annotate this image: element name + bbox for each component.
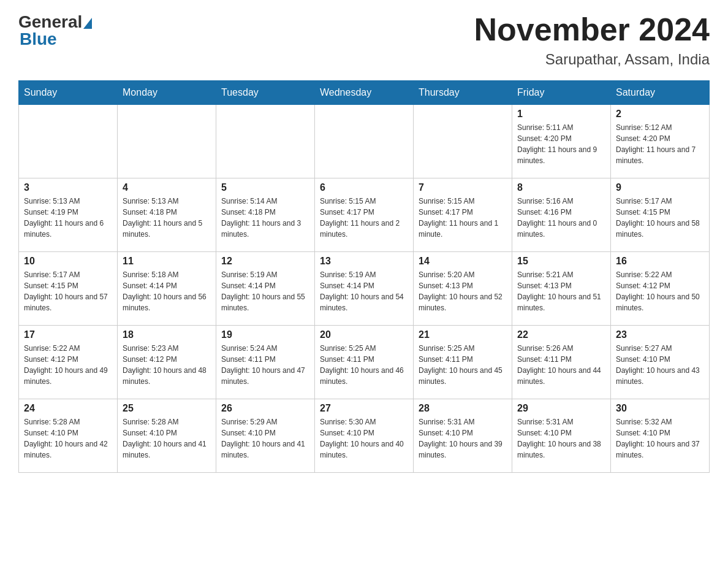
day-of-week-saturday: Saturday bbox=[611, 81, 710, 105]
day-number: 3 bbox=[24, 182, 112, 193]
calendar-cell: 12Sunrise: 5:19 AM Sunset: 4:14 PM Dayli… bbox=[216, 252, 315, 326]
day-info: Sunrise: 5:31 AM Sunset: 4:10 PM Dayligh… bbox=[419, 416, 507, 461]
calendar-cell: 6Sunrise: 5:15 AM Sunset: 4:17 PM Daylig… bbox=[315, 178, 414, 252]
day-info: Sunrise: 5:22 AM Sunset: 4:12 PM Dayligh… bbox=[24, 343, 112, 387]
day-info: Sunrise: 5:14 AM Sunset: 4:18 PM Dayligh… bbox=[221, 196, 309, 240]
calendar-cell: 13Sunrise: 5:19 AM Sunset: 4:14 PM Dayli… bbox=[315, 252, 414, 326]
day-info: Sunrise: 5:25 AM Sunset: 4:11 PM Dayligh… bbox=[419, 343, 507, 387]
day-info: Sunrise: 5:30 AM Sunset: 4:10 PM Dayligh… bbox=[320, 416, 408, 461]
day-number: 16 bbox=[616, 256, 704, 267]
calendar-cell: 2Sunrise: 5:12 AM Sunset: 4:20 PM Daylig… bbox=[611, 105, 710, 178]
calendar-cell: 4Sunrise: 5:13 AM Sunset: 4:18 PM Daylig… bbox=[118, 178, 216, 252]
calendar-cell bbox=[414, 105, 512, 178]
calendar-cell: 23Sunrise: 5:27 AM Sunset: 4:10 PM Dayli… bbox=[611, 326, 710, 399]
day-info: Sunrise: 5:15 AM Sunset: 4:17 PM Dayligh… bbox=[419, 196, 507, 240]
day-number: 5 bbox=[221, 182, 309, 193]
calendar-cell: 26Sunrise: 5:29 AM Sunset: 4:10 PM Dayli… bbox=[216, 399, 315, 473]
day-number: 27 bbox=[320, 403, 408, 414]
calendar-cell bbox=[216, 105, 315, 178]
day-of-week-friday: Friday bbox=[512, 81, 611, 105]
day-info: Sunrise: 5:18 AM Sunset: 4:14 PM Dayligh… bbox=[123, 269, 211, 313]
calendar-cell bbox=[118, 105, 216, 178]
day-info: Sunrise: 5:27 AM Sunset: 4:10 PM Dayligh… bbox=[616, 343, 704, 387]
page-header: General Blue November 2024 Sarupathar, A… bbox=[18, 12, 710, 68]
calendar-cell: 20Sunrise: 5:25 AM Sunset: 4:11 PM Dayli… bbox=[315, 326, 414, 399]
day-info: Sunrise: 5:11 AM Sunset: 4:20 PM Dayligh… bbox=[517, 122, 605, 166]
day-number: 23 bbox=[616, 329, 704, 340]
location-title: Sarupathar, Assam, India bbox=[474, 51, 710, 68]
logo: General Blue bbox=[18, 12, 93, 49]
day-info: Sunrise: 5:29 AM Sunset: 4:10 PM Dayligh… bbox=[221, 416, 309, 461]
day-info: Sunrise: 5:28 AM Sunset: 4:10 PM Dayligh… bbox=[123, 416, 211, 461]
calendar-cell: 18Sunrise: 5:23 AM Sunset: 4:12 PM Dayli… bbox=[118, 326, 216, 399]
day-info: Sunrise: 5:17 AM Sunset: 4:15 PM Dayligh… bbox=[616, 196, 704, 240]
day-info: Sunrise: 5:28 AM Sunset: 4:10 PM Dayligh… bbox=[24, 416, 112, 461]
day-number: 9 bbox=[616, 182, 704, 193]
day-number: 15 bbox=[517, 256, 605, 267]
day-info: Sunrise: 5:19 AM Sunset: 4:14 PM Dayligh… bbox=[221, 269, 309, 313]
calendar-cell: 27Sunrise: 5:30 AM Sunset: 4:10 PM Dayli… bbox=[315, 399, 414, 473]
day-info: Sunrise: 5:32 AM Sunset: 4:10 PM Dayligh… bbox=[616, 416, 704, 461]
days-of-week-row: SundayMondayTuesdayWednesdayThursdayFrid… bbox=[19, 81, 710, 105]
calendar-cell: 19Sunrise: 5:24 AM Sunset: 4:11 PM Dayli… bbox=[216, 326, 315, 399]
day-info: Sunrise: 5:20 AM Sunset: 4:13 PM Dayligh… bbox=[419, 269, 507, 313]
day-number: 1 bbox=[517, 109, 605, 120]
week-row-5: 24Sunrise: 5:28 AM Sunset: 4:10 PM Dayli… bbox=[19, 399, 710, 473]
day-info: Sunrise: 5:19 AM Sunset: 4:14 PM Dayligh… bbox=[320, 269, 408, 313]
calendar-header: SundayMondayTuesdayWednesdayThursdayFrid… bbox=[19, 81, 710, 105]
day-number: 18 bbox=[123, 329, 211, 340]
day-number: 25 bbox=[123, 403, 211, 414]
calendar-cell: 5Sunrise: 5:14 AM Sunset: 4:18 PM Daylig… bbox=[216, 178, 315, 252]
calendar-cell: 7Sunrise: 5:15 AM Sunset: 4:17 PM Daylig… bbox=[414, 178, 512, 252]
day-number: 6 bbox=[320, 182, 408, 193]
week-row-4: 17Sunrise: 5:22 AM Sunset: 4:12 PM Dayli… bbox=[19, 326, 710, 399]
calendar-cell bbox=[19, 105, 118, 178]
day-number: 17 bbox=[24, 329, 112, 340]
day-of-week-wednesday: Wednesday bbox=[315, 81, 414, 105]
logo-blue-text: Blue bbox=[20, 29, 57, 49]
week-row-3: 10Sunrise: 5:17 AM Sunset: 4:15 PM Dayli… bbox=[19, 252, 710, 326]
day-info: Sunrise: 5:21 AM Sunset: 4:13 PM Dayligh… bbox=[517, 269, 605, 313]
calendar-cell: 16Sunrise: 5:22 AM Sunset: 4:12 PM Dayli… bbox=[611, 252, 710, 326]
calendar-body: 1Sunrise: 5:11 AM Sunset: 4:20 PM Daylig… bbox=[19, 105, 710, 473]
calendar-cell: 15Sunrise: 5:21 AM Sunset: 4:13 PM Dayli… bbox=[512, 252, 611, 326]
day-info: Sunrise: 5:25 AM Sunset: 4:11 PM Dayligh… bbox=[320, 343, 408, 387]
day-number: 14 bbox=[419, 256, 507, 267]
day-number: 13 bbox=[320, 256, 408, 267]
calendar-cell: 28Sunrise: 5:31 AM Sunset: 4:10 PM Dayli… bbox=[414, 399, 512, 473]
day-number: 8 bbox=[517, 182, 605, 193]
day-of-week-monday: Monday bbox=[118, 81, 216, 105]
day-of-week-sunday: Sunday bbox=[19, 81, 118, 105]
day-number: 10 bbox=[24, 256, 112, 267]
day-info: Sunrise: 5:13 AM Sunset: 4:19 PM Dayligh… bbox=[24, 196, 112, 240]
day-info: Sunrise: 5:23 AM Sunset: 4:12 PM Dayligh… bbox=[123, 343, 211, 387]
day-info: Sunrise: 5:31 AM Sunset: 4:10 PM Dayligh… bbox=[517, 416, 605, 461]
day-number: 2 bbox=[616, 109, 704, 120]
calendar-cell: 17Sunrise: 5:22 AM Sunset: 4:12 PM Dayli… bbox=[19, 326, 118, 399]
day-number: 28 bbox=[419, 403, 507, 414]
day-info: Sunrise: 5:16 AM Sunset: 4:16 PM Dayligh… bbox=[517, 196, 605, 240]
day-number: 30 bbox=[616, 403, 704, 414]
calendar-cell: 8Sunrise: 5:16 AM Sunset: 4:16 PM Daylig… bbox=[512, 178, 611, 252]
title-block: November 2024 Sarupathar, Assam, India bbox=[474, 12, 710, 68]
month-title: November 2024 bbox=[474, 12, 710, 47]
day-number: 19 bbox=[221, 329, 309, 340]
day-number: 12 bbox=[221, 256, 309, 267]
calendar-cell: 21Sunrise: 5:25 AM Sunset: 4:11 PM Dayli… bbox=[414, 326, 512, 399]
day-number: 7 bbox=[419, 182, 507, 193]
day-of-week-tuesday: Tuesday bbox=[216, 81, 315, 105]
day-of-week-thursday: Thursday bbox=[414, 81, 512, 105]
calendar-cell: 10Sunrise: 5:17 AM Sunset: 4:15 PM Dayli… bbox=[19, 252, 118, 326]
logo-triangle-icon bbox=[83, 18, 92, 29]
calendar-cell: 22Sunrise: 5:26 AM Sunset: 4:11 PM Dayli… bbox=[512, 326, 611, 399]
calendar-cell: 30Sunrise: 5:32 AM Sunset: 4:10 PM Dayli… bbox=[611, 399, 710, 473]
calendar-table: SundayMondayTuesdayWednesdayThursdayFrid… bbox=[18, 80, 710, 473]
calendar-cell bbox=[315, 105, 414, 178]
week-row-1: 1Sunrise: 5:11 AM Sunset: 4:20 PM Daylig… bbox=[19, 105, 710, 178]
day-number: 20 bbox=[320, 329, 408, 340]
day-number: 29 bbox=[517, 403, 605, 414]
day-info: Sunrise: 5:24 AM Sunset: 4:11 PM Dayligh… bbox=[221, 343, 309, 387]
day-number: 24 bbox=[24, 403, 112, 414]
calendar-cell: 24Sunrise: 5:28 AM Sunset: 4:10 PM Dayli… bbox=[19, 399, 118, 473]
calendar-cell: 11Sunrise: 5:18 AM Sunset: 4:14 PM Dayli… bbox=[118, 252, 216, 326]
